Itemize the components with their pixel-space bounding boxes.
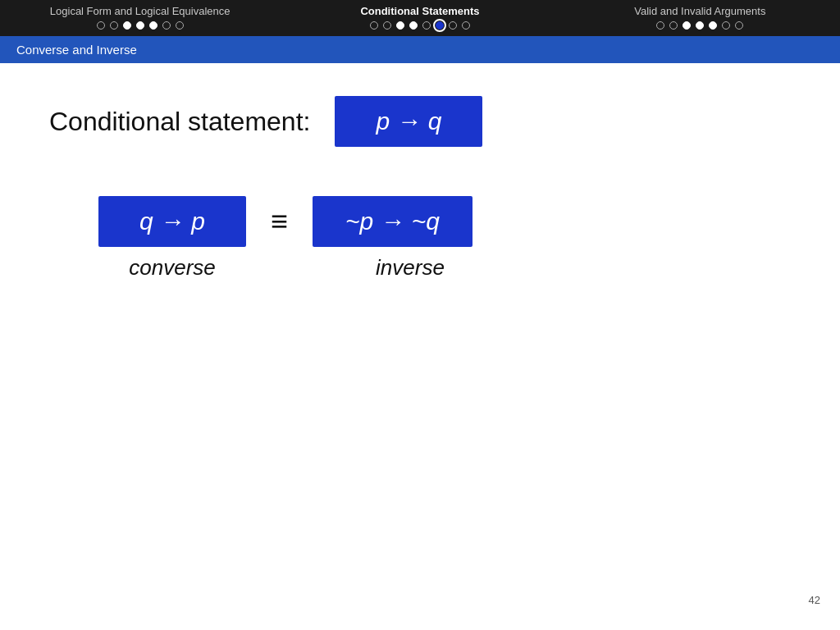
dot-3 xyxy=(123,21,131,30)
section-bar: Converse and Inverse xyxy=(0,36,840,63)
section-title: Converse and Inverse xyxy=(16,43,137,57)
dot-c2 xyxy=(383,21,391,30)
nav-title-conditional: Conditional Statements xyxy=(360,5,479,17)
inverse-label: inverse xyxy=(336,255,484,281)
nav-section-conditional[interactable]: Conditional Statements xyxy=(280,5,559,30)
dot-v7 xyxy=(735,21,743,30)
nav-dots-logical-form xyxy=(97,21,184,30)
conditional-formula: p → q xyxy=(376,107,441,135)
dot-v4 xyxy=(696,21,704,30)
converse-label: converse xyxy=(98,255,246,281)
page-number: 42 xyxy=(809,594,820,606)
inverse-formula: ~p → ~q xyxy=(345,208,440,235)
nav-section-logical-form[interactable]: Logical Form and Logical Equivalence xyxy=(0,5,280,30)
dot-2 xyxy=(110,21,118,30)
dot-v2 xyxy=(669,21,678,30)
converse-formula: q → p xyxy=(139,208,205,235)
dot-4 xyxy=(136,21,144,30)
dot-v1 xyxy=(656,21,664,30)
nav-title-valid-invalid: Valid and Invalid Arguments xyxy=(634,5,765,17)
dot-v6 xyxy=(722,21,730,30)
dot-c3 xyxy=(396,21,404,30)
dot-c6-active xyxy=(436,21,444,30)
dot-v3 xyxy=(682,21,691,30)
equivalence-row: q → p ≡ ~p → ~q xyxy=(98,196,791,247)
nav-title-logical-form: Logical Form and Logical Equivalence xyxy=(50,5,231,17)
nav-dots-conditional xyxy=(370,21,470,30)
dot-5 xyxy=(149,21,158,30)
conditional-formula-box: p → q xyxy=(335,96,482,147)
dot-v5 xyxy=(709,21,717,30)
conditional-label: Conditional statement: xyxy=(49,107,310,137)
conditional-statement-row: Conditional statement: p → q xyxy=(49,96,791,147)
top-navigation: Logical Form and Logical Equivalence Con… xyxy=(0,0,840,36)
dot-6 xyxy=(162,21,171,30)
dot-c5 xyxy=(422,21,431,30)
inverse-formula-box: ~p → ~q xyxy=(313,196,472,247)
nav-section-valid-invalid[interactable]: Valid and Invalid Arguments xyxy=(560,5,840,30)
dot-c8 xyxy=(462,21,470,30)
converse-formula-box: q → p xyxy=(98,196,246,247)
labels-row: converse inverse xyxy=(98,255,791,281)
main-content: Conditional statement: p → q q → p ≡ ~p … xyxy=(0,63,840,619)
dot-c1 xyxy=(370,21,378,30)
dot-7 xyxy=(176,21,184,30)
dot-c7 xyxy=(449,21,457,30)
dot-c4 xyxy=(409,21,418,30)
equivalence-symbol: ≡ xyxy=(271,204,288,239)
dot-1 xyxy=(97,21,105,30)
nav-dots-valid-invalid xyxy=(656,21,743,30)
